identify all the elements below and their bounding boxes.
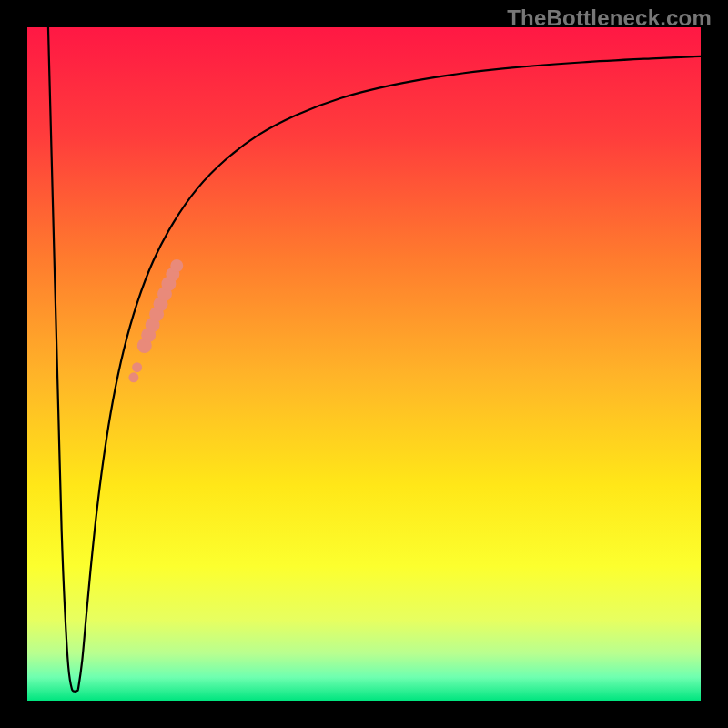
marker-dot [132,362,142,372]
marker-dot [170,259,183,272]
chart-background [27,27,701,701]
chart-svg [27,27,701,701]
chart-frame: TheBottleneck.com [0,0,728,728]
plot-area [27,27,701,701]
marker-dot [128,372,138,382]
